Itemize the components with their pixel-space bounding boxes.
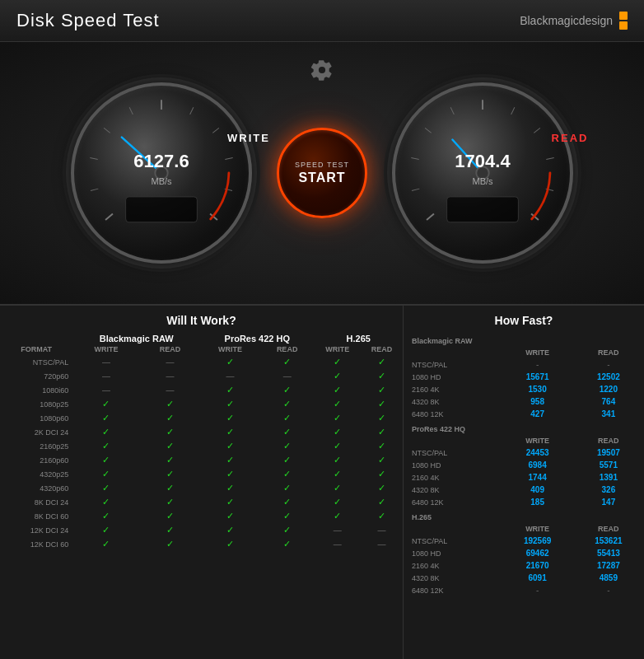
table-row: 1080p60✓✓✓✓✓✓ bbox=[0, 411, 403, 425]
read-gauge-wrapper: READ 1704.4 MB/s bbox=[384, 74, 581, 272]
table-row: 8K DCI 24✓✓✓✓✓✓ bbox=[0, 495, 403, 509]
check-icon: ✓ bbox=[102, 525, 110, 535]
right-read-col: READ bbox=[573, 523, 644, 535]
right-format-cell: 4320 8K bbox=[404, 395, 502, 408]
check-icon: ✓ bbox=[283, 427, 291, 437]
right-read-cell: 153621 bbox=[573, 535, 644, 547]
table-row: 4320p25✓✓✓✓✓✓ bbox=[0, 467, 403, 481]
right-group-label: H.265 bbox=[404, 508, 644, 523]
check-icon: ✓ bbox=[102, 469, 110, 479]
right-format-col bbox=[404, 347, 502, 358]
dash-icon: — bbox=[334, 526, 342, 535]
right-format-cell: 6480 12K bbox=[404, 496, 502, 508]
write-gauge-wrapper: WRITE 6127.6 MB/s bbox=[63, 74, 260, 272]
format-cell: 1080i60 bbox=[0, 383, 72, 397]
right-write-cell: 1744 bbox=[502, 471, 573, 484]
logo-sq-bottom bbox=[619, 21, 628, 30]
check-icon: ✓ bbox=[102, 483, 110, 493]
check-icon: ✓ bbox=[226, 497, 234, 507]
check-icon: ✓ bbox=[166, 455, 174, 465]
write-unit: MB/s bbox=[74, 176, 249, 186]
right-read-cell: 341 bbox=[573, 408, 644, 420]
logo-sq-top bbox=[619, 12, 628, 20]
dash-icon: — bbox=[377, 540, 385, 549]
right-table-body: Blackmagic RAWWRITEREAD NTSC/PAL - - 108… bbox=[404, 332, 644, 596]
col-header-row: FORMAT WRITE READ WRITE READ WRITE READ bbox=[0, 344, 403, 355]
right-table-row: 2160 4K 1744 1391 bbox=[404, 471, 644, 484]
read-label: READ bbox=[483, 132, 644, 144]
dash-icon: — bbox=[334, 540, 342, 549]
check-icon: ✓ bbox=[334, 441, 341, 451]
h265-write-col: WRITE bbox=[314, 344, 361, 355]
check-icon: ✓ bbox=[334, 413, 341, 423]
check-icon: ✓ bbox=[166, 413, 174, 423]
table-row: 8K DCI 60✓✓✓✓✓✓ bbox=[0, 509, 403, 523]
group-header-row: Blackmagic RAW ProRes 422 HQ H.265 bbox=[0, 332, 403, 344]
format-cell: 12K DCI 60 bbox=[0, 537, 72, 551]
right-format-cell: 2160 4K bbox=[404, 383, 502, 395]
check-icon: ✓ bbox=[283, 525, 291, 535]
check-icon: ✓ bbox=[102, 539, 110, 549]
right-write-cell: - bbox=[502, 358, 573, 371]
check-icon: ✓ bbox=[283, 539, 291, 549]
gear-button[interactable] bbox=[310, 58, 334, 82]
right-table-row: 4320 8K 409 326 bbox=[404, 484, 644, 496]
right-read-cell: 1391 bbox=[573, 471, 644, 484]
speed-test-main-label: START bbox=[298, 171, 345, 185]
right-group-header: H.265 bbox=[404, 508, 644, 523]
pro-write-col: WRITE bbox=[200, 344, 260, 355]
right-read-cell: 1220 bbox=[573, 383, 644, 395]
table-row: 2160p25✓✓✓✓✓✓ bbox=[0, 439, 403, 453]
dash-icon: — bbox=[102, 372, 110, 381]
write-gauge: WRITE 6127.6 MB/s bbox=[71, 82, 252, 264]
write-value-box bbox=[126, 197, 198, 222]
right-write-cell: 69462 bbox=[502, 547, 573, 559]
check-icon: ✓ bbox=[283, 497, 291, 507]
format-cell: 4320p25 bbox=[0, 467, 72, 481]
right-format-cell: 2160 4K bbox=[404, 471, 502, 484]
svg-line-12 bbox=[412, 189, 419, 190]
right-read-cell: 12502 bbox=[573, 371, 644, 383]
format-cell: 1080p25 bbox=[0, 397, 72, 411]
table-row: 4320p60✓✓✓✓✓✓ bbox=[0, 481, 403, 495]
right-read-col: READ bbox=[573, 435, 644, 446]
check-icon: ✓ bbox=[334, 483, 341, 493]
right-write-col: WRITE bbox=[502, 347, 573, 358]
right-format-cell: NTSC/PAL bbox=[404, 446, 502, 459]
right-format-cell: 4320 8K bbox=[404, 484, 502, 496]
how-fast-table: Blackmagic RAWWRITEREAD NTSC/PAL - - 108… bbox=[404, 332, 644, 596]
right-write-cell: 21670 bbox=[502, 559, 573, 572]
right-format-cell: 1080 HD bbox=[404, 547, 502, 559]
table-row: 12K DCI 24✓✓✓✓—— bbox=[0, 523, 403, 537]
right-read-col: READ bbox=[573, 347, 644, 358]
check-icon: ✓ bbox=[378, 413, 385, 423]
check-icon: ✓ bbox=[226, 483, 234, 493]
right-write-cell: 192569 bbox=[502, 535, 573, 547]
format-cell: 2160p60 bbox=[0, 453, 72, 467]
check-icon: ✓ bbox=[334, 399, 341, 409]
check-icon: ✓ bbox=[334, 427, 341, 437]
table-row: NTSC/PAL——✓✓✓✓ bbox=[0, 355, 403, 369]
right-read-cell: 5571 bbox=[573, 459, 644, 471]
check-icon: ✓ bbox=[378, 357, 385, 367]
right-read-cell: 326 bbox=[573, 484, 644, 496]
data-section: Will It Work? Blackmagic RAW ProRes 422 … bbox=[0, 306, 644, 659]
table-row: 1080i60——✓✓✓✓ bbox=[0, 383, 403, 397]
right-write-col: WRITE bbox=[502, 435, 573, 446]
svg-line-11 bbox=[427, 214, 434, 220]
format-cell: NTSC/PAL bbox=[0, 355, 72, 369]
check-icon: ✓ bbox=[226, 357, 234, 367]
read-gauge-svg bbox=[395, 86, 570, 260]
check-icon: ✓ bbox=[226, 525, 234, 535]
check-icon: ✓ bbox=[102, 455, 110, 465]
read-gauge: READ 1704.4 MB/s bbox=[392, 82, 573, 264]
right-table-row: 1080 HD 15671 12502 bbox=[404, 371, 644, 383]
braw-write-col: WRITE bbox=[72, 344, 140, 355]
speed-test-top-label: SPEED TEST bbox=[295, 161, 349, 169]
braw-read-col: READ bbox=[140, 344, 200, 355]
right-write-col: WRITE bbox=[502, 523, 573, 535]
right-write-cell: 409 bbox=[502, 484, 573, 496]
right-write-cell: 6091 bbox=[502, 572, 573, 584]
right-read-cell: - bbox=[573, 584, 644, 596]
will-it-work-section: Will It Work? Blackmagic RAW ProRes 422 … bbox=[0, 306, 404, 659]
